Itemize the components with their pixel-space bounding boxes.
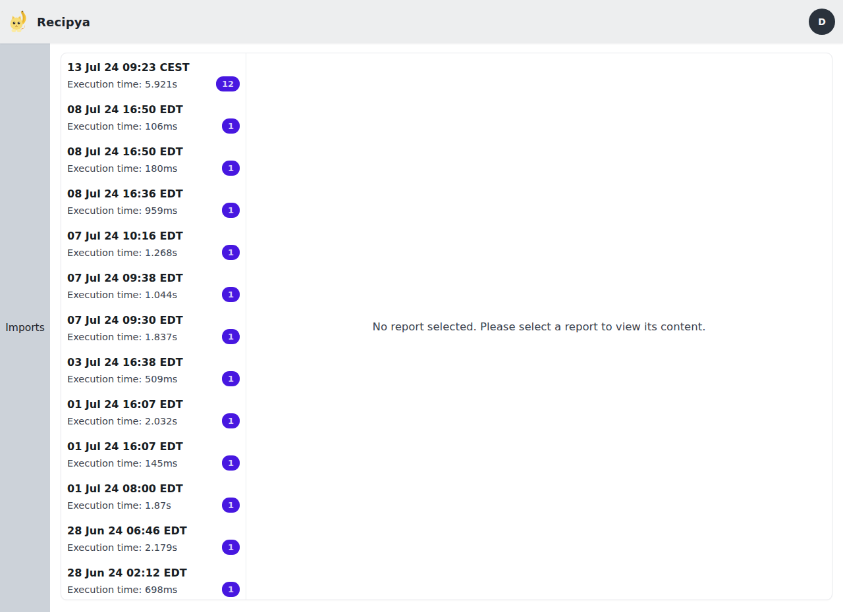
report-meta-row: Execution time: 1.87s 1 bbox=[67, 498, 240, 513]
report-count-badge: 12 bbox=[216, 76, 240, 91]
report-date: 07 Jul 24 10:16 EDT bbox=[67, 230, 240, 243]
report-date: 07 Jul 24 09:30 EDT bbox=[67, 314, 240, 327]
sidebar-item-imports[interactable]: Imports bbox=[5, 317, 45, 339]
app-body: Imports 13 Jul 24 09:23 CEST Execution t… bbox=[0, 43, 843, 612]
report-count-badge: 1 bbox=[222, 371, 240, 386]
report-count-badge: 1 bbox=[222, 118, 240, 134]
report-list-item[interactable]: 07 Jul 24 09:38 EDT Execution time: 1.04… bbox=[61, 264, 246, 306]
report-date: 08 Jul 24 16:50 EDT bbox=[67, 103, 240, 116]
report-list-item[interactable]: 08 Jul 24 16:50 EDT Execution time: 180m… bbox=[61, 138, 246, 180]
report-list-item[interactable]: 01 Jul 24 16:07 EDT Execution time: 2.03… bbox=[61, 390, 246, 432]
report-list-item[interactable]: 01 Jul 24 08:00 EDT Execution time: 1.87… bbox=[61, 475, 246, 517]
report-count-badge: 1 bbox=[222, 329, 240, 344]
report-execution-time: Execution time: 1.837s bbox=[67, 330, 177, 344]
report-execution-time: Execution time: 180ms bbox=[67, 162, 177, 175]
report-meta-row: Execution time: 1.837s 1 bbox=[67, 329, 240, 344]
report-execution-time: Execution time: 106ms bbox=[67, 120, 177, 133]
report-count-badge: 1 bbox=[222, 498, 240, 513]
report-date: 28 Jun 24 02:12 EDT bbox=[67, 567, 240, 580]
report-meta-row: Execution time: 1.044s 1 bbox=[67, 287, 240, 302]
report-meta-row: Execution time: 106ms 1 bbox=[67, 118, 240, 134]
report-execution-time: Execution time: 509ms bbox=[67, 372, 177, 386]
app-title: Recipya bbox=[37, 15, 90, 29]
report-list-item[interactable]: 08 Jul 24 16:36 EDT Execution time: 959m… bbox=[61, 180, 246, 222]
report-meta-row: Execution time: 5.921s 12 bbox=[67, 76, 240, 91]
main-area: 13 Jul 24 09:23 CEST Execution time: 5.9… bbox=[50, 43, 843, 612]
report-execution-time: Execution time: 1.268s bbox=[67, 246, 177, 259]
report-count-badge: 1 bbox=[222, 245, 240, 260]
user-avatar[interactable]: D bbox=[809, 9, 835, 35]
report-list-item[interactable]: 28 Jun 24 02:12 EDT Execution time: 698m… bbox=[61, 559, 246, 600]
report-list-item[interactable]: 28 Jun 24 06:46 EDT Execution time: 2.17… bbox=[61, 517, 246, 559]
report-date: 13 Jul 24 09:23 CEST bbox=[67, 61, 240, 74]
report-meta-row: Execution time: 698ms 1 bbox=[67, 582, 240, 597]
report-date: 01 Jul 24 08:00 EDT bbox=[67, 482, 240, 496]
report-execution-time: Execution time: 959ms bbox=[67, 204, 177, 217]
report-meta-row: Execution time: 2.179s 1 bbox=[67, 540, 240, 555]
report-meta-row: Execution time: 145ms 1 bbox=[67, 455, 240, 471]
recipya-logo-icon bbox=[8, 11, 30, 33]
report-count-badge: 1 bbox=[222, 161, 240, 176]
empty-state-message: No report selected. Please select a repo… bbox=[373, 321, 706, 333]
report-list-item[interactable]: 01 Jul 24 16:07 EDT Execution time: 145m… bbox=[61, 432, 246, 475]
report-list-item[interactable]: 03 Jul 24 16:38 EDT Execution time: 509m… bbox=[61, 348, 246, 390]
report-date: 01 Jul 24 16:07 EDT bbox=[67, 398, 240, 411]
report-date: 03 Jul 24 16:38 EDT bbox=[67, 356, 240, 369]
report-list: 13 Jul 24 09:23 CEST Execution time: 5.9… bbox=[61, 53, 246, 600]
report-execution-time: Execution time: 698ms bbox=[67, 583, 177, 596]
app-header: Recipya D bbox=[0, 0, 843, 43]
report-list-item[interactable]: 07 Jul 24 09:30 EDT Execution time: 1.83… bbox=[61, 306, 246, 348]
report-count-badge: 1 bbox=[222, 455, 240, 471]
report-count-badge: 1 bbox=[222, 203, 240, 218]
report-execution-time: Execution time: 1.87s bbox=[67, 499, 171, 512]
report-count-badge: 1 bbox=[222, 413, 240, 428]
report-list-item[interactable]: 07 Jul 24 10:16 EDT Execution time: 1.26… bbox=[61, 222, 246, 264]
report-count-badge: 1 bbox=[222, 540, 240, 555]
report-date: 08 Jul 24 16:50 EDT bbox=[67, 145, 240, 159]
report-date: 07 Jul 24 09:38 EDT bbox=[67, 272, 240, 285]
report-date: 28 Jun 24 06:46 EDT bbox=[67, 525, 240, 538]
report-count-badge: 1 bbox=[222, 582, 240, 597]
report-execution-time: Execution time: 2.179s bbox=[67, 541, 177, 554]
report-meta-row: Execution time: 180ms 1 bbox=[67, 161, 240, 176]
report-list-item[interactable]: 08 Jul 24 16:50 EDT Execution time: 106m… bbox=[61, 95, 246, 138]
report-meta-row: Execution time: 2.032s 1 bbox=[67, 413, 240, 428]
report-execution-time: Execution time: 1.044s bbox=[67, 288, 177, 301]
report-execution-time: Execution time: 145ms bbox=[67, 457, 177, 470]
report-meta-row: Execution time: 959ms 1 bbox=[67, 203, 240, 218]
report-list-item[interactable]: 13 Jul 24 09:23 CEST Execution time: 5.9… bbox=[61, 53, 246, 95]
report-meta-row: Execution time: 509ms 1 bbox=[67, 371, 240, 386]
report-content-pane: No report selected. Please select a repo… bbox=[246, 53, 832, 600]
report-execution-time: Execution time: 2.032s bbox=[67, 415, 177, 428]
report-execution-time: Execution time: 5.921s bbox=[67, 78, 177, 91]
sidebar: Imports bbox=[0, 43, 50, 612]
reports-card: 13 Jul 24 09:23 CEST Execution time: 5.9… bbox=[61, 53, 832, 600]
report-date: 08 Jul 24 16:36 EDT bbox=[67, 188, 240, 201]
report-meta-row: Execution time: 1.268s 1 bbox=[67, 245, 240, 260]
report-date: 01 Jul 24 16:07 EDT bbox=[67, 440, 240, 453]
report-count-badge: 1 bbox=[222, 287, 240, 302]
